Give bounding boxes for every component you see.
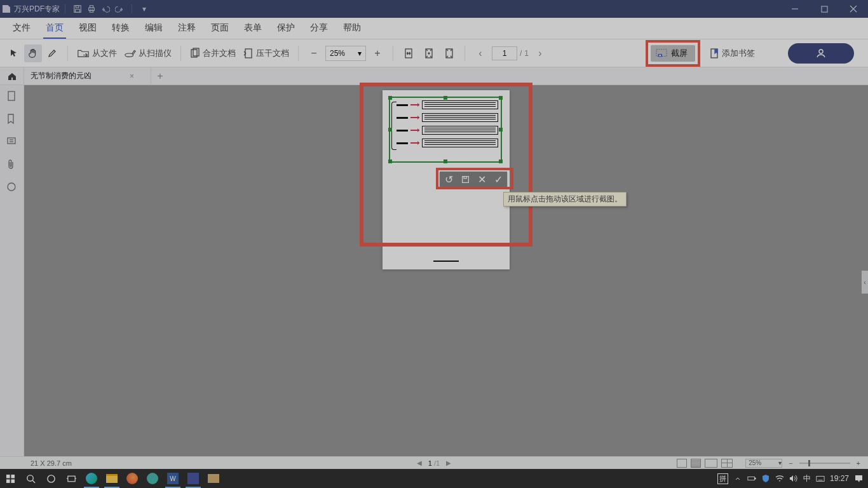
taskbar-taskview-icon[interactable]	[61, 469, 81, 488]
tray-volume-icon[interactable]	[789, 474, 798, 483]
folder-icon	[77, 48, 90, 58]
select-tool-icon[interactable]	[5, 44, 23, 62]
tray-lang-indicator[interactable]: 中	[803, 473, 811, 484]
taskbar-app-firefox[interactable]	[122, 469, 142, 488]
svg-rect-13	[245, 49, 252, 58]
merge-icon	[190, 48, 200, 59]
menu-page[interactable]: 页面	[203, 18, 236, 39]
bookmarks-icon[interactable]	[6, 113, 18, 125]
taskbar-search-icon[interactable]	[20, 469, 41, 488]
right-panel-toggle[interactable]: ‹	[862, 271, 868, 294]
tray-ime-indicator[interactable]: 拼	[717, 473, 728, 484]
tray-clock[interactable]: 19:27	[830, 474, 849, 483]
home-tab-button[interactable]	[0, 67, 24, 85]
actual-size-icon[interactable]	[440, 44, 458, 62]
screenshot-button[interactable]: 截屏	[651, 45, 695, 62]
system-tray: 拼 中 19:27	[717, 473, 868, 484]
status-zoom-in-button[interactable]: +	[854, 459, 863, 467]
camera-icon	[656, 48, 667, 58]
window-close-button[interactable]	[839, 0, 868, 18]
taskbar-app-word[interactable]: W	[163, 469, 183, 488]
from-file-button[interactable]: 从文件	[74, 48, 119, 59]
merge-button[interactable]: 合并文档	[187, 48, 238, 59]
search-panel-icon[interactable]	[6, 182, 18, 193]
add-bookmark-button[interactable]: 添加书签	[707, 48, 757, 59]
status-next-button[interactable]: ▶	[446, 459, 451, 466]
status-zoom-slider[interactable]	[799, 463, 850, 464]
menu-comment[interactable]: 注释	[170, 18, 203, 39]
titlebar-more-icon[interactable]: ▾	[139, 3, 150, 15]
svg-point-16	[428, 53, 430, 54]
status-zoom-select[interactable]: 25% ▾	[745, 459, 782, 468]
save-icon[interactable]	[72, 3, 83, 15]
tray-wifi-icon[interactable]	[775, 474, 784, 483]
taskbar-app-explorer[interactable]	[102, 469, 122, 488]
status-page-nav: ◀ 1 /1 ▶	[417, 459, 451, 467]
from-file-label: 从文件	[92, 48, 117, 59]
fit-page-icon[interactable]	[420, 44, 438, 62]
menu-help[interactable]: 帮助	[336, 18, 369, 39]
tab-close-button[interactable]: ×	[130, 72, 134, 81]
zoom-select[interactable]: 25% ▾	[325, 46, 366, 61]
redo-icon[interactable]	[114, 3, 125, 15]
page-sep: /	[520, 49, 522, 58]
status-zoom-value: 25%	[749, 459, 761, 466]
menu-view[interactable]: 视图	[71, 18, 104, 39]
taskbar-cortana-icon[interactable]	[41, 469, 61, 488]
new-tab-button[interactable]: +	[151, 67, 169, 85]
start-button[interactable]	[0, 469, 20, 488]
svg-point-22	[819, 50, 823, 53]
attachments-icon[interactable]	[6, 159, 18, 170]
menu-convert[interactable]: 转换	[104, 18, 137, 39]
zoom-out-button[interactable]: −	[305, 44, 323, 62]
view-two-page-icon[interactable]	[705, 459, 717, 468]
view-grid-icon[interactable]	[721, 459, 733, 468]
caret-down-icon: ▾	[142, 4, 146, 13]
window-maximize-button[interactable]	[810, 0, 839, 18]
account-button[interactable]	[788, 43, 854, 64]
status-zoom-out-button[interactable]: −	[786, 459, 795, 467]
tray-keyboard-icon[interactable]	[816, 474, 825, 483]
page-prev-button[interactable]: ‹	[471, 44, 489, 62]
view-single-icon[interactable]	[677, 459, 687, 468]
thumbnails-icon[interactable]	[6, 90, 18, 102]
view-continuous-icon[interactable]	[691, 459, 701, 468]
status-prev-button[interactable]: ◀	[417, 459, 422, 466]
canvas[interactable]: ↺ ✕ ✓ 用鼠标点击拖动该区域进行截图。	[24, 85, 868, 456]
page-next-button[interactable]: ›	[531, 44, 549, 62]
menu-share[interactable]: 分享	[302, 18, 336, 39]
page-input[interactable]: 1	[492, 46, 517, 60]
taskbar-app-edge[interactable]	[81, 469, 102, 488]
compress-button[interactable]: 压干文档	[241, 48, 292, 59]
edit-tool-icon[interactable]	[43, 44, 61, 62]
file-tab[interactable]: 无节制消费的元凶 ×	[24, 67, 151, 85]
page-total: 1	[524, 49, 529, 58]
tray-notifications-icon[interactable]	[854, 474, 863, 483]
taskbar-app-pdfelement[interactable]	[183, 469, 203, 488]
window-minimize-button[interactable]	[780, 0, 810, 18]
menu-file[interactable]: 文件	[5, 18, 38, 39]
svg-rect-31	[11, 474, 15, 478]
undo-icon[interactable]	[100, 3, 111, 15]
tray-shield-icon[interactable]	[761, 474, 770, 483]
file-tab-label: 无节制消费的元凶	[31, 71, 92, 81]
taskbar-app-generic1[interactable]	[142, 469, 163, 488]
tray-battery-icon[interactable]	[747, 474, 756, 483]
menu-home[interactable]: 首页	[38, 18, 71, 39]
svg-rect-42	[817, 476, 824, 481]
taskbar-app-generic2[interactable]	[203, 469, 224, 488]
zoom-in-button[interactable]: +	[369, 44, 386, 62]
menu-protect[interactable]: 保护	[269, 18, 302, 39]
bookmark-icon	[709, 48, 719, 59]
menu-edit[interactable]: 编辑	[137, 18, 170, 39]
hand-tool-icon[interactable]	[24, 44, 42, 62]
tray-chevron-up-icon[interactable]	[733, 474, 742, 483]
menu-form[interactable]: 表单	[236, 18, 269, 39]
svg-rect-37	[67, 476, 74, 482]
from-scanner-button[interactable]: 从扫描仪	[122, 48, 174, 59]
page-footer-graphic	[383, 261, 510, 262]
print-icon[interactable]	[86, 3, 97, 15]
fit-width-icon[interactable]	[400, 44, 417, 62]
comments-icon[interactable]	[6, 136, 18, 147]
titlebar-divider	[132, 4, 132, 13]
